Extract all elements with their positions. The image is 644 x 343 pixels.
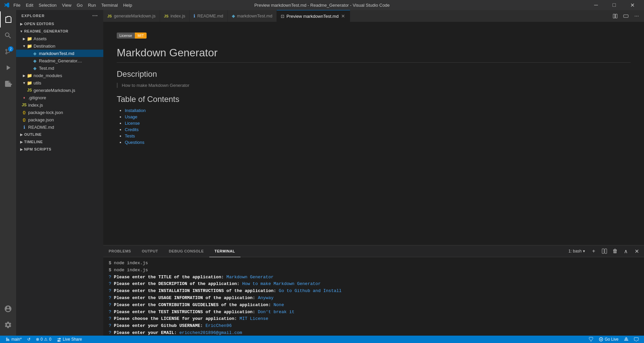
term-prompt: $	[109, 268, 114, 273]
toc-link[interactable]: Credits	[125, 127, 139, 132]
menu-edit[interactable]: Edit	[26, 3, 33, 8]
tree-item-node-modules[interactable]: ▶ 📁 node_modules	[16, 72, 103, 79]
split-editor-button[interactable]	[610, 11, 620, 21]
tree-item-index-js[interactable]: JS index.js	[16, 101, 103, 109]
activity-extensions[interactable]	[0, 76, 16, 92]
readme-gen-md-icon: ◆	[32, 58, 38, 63]
tree-item-gitignore[interactable]: ♦ .gitignore	[16, 94, 103, 101]
tree-item-test-md[interactable]: ◆ Test.md	[16, 64, 103, 72]
terminal-tab-debug-console[interactable]: DEBUG CONSOLE	[163, 245, 209, 257]
toggle-layout-button[interactable]	[621, 11, 631, 21]
status-broadcast-icon[interactable]	[621, 336, 631, 343]
title-bar-title: Preview markdownTest.md - Readme_Generat…	[254, 3, 390, 8]
activity-settings[interactable]	[0, 317, 16, 333]
tree-item-generatemarkdown-js[interactable]: JS generateMarkdown.js	[16, 87, 103, 94]
status-feedback-icon[interactable]	[631, 336, 641, 343]
menu-help[interactable]: Help	[123, 3, 132, 8]
terminal-controls: 1: bash ▾ + 🗑 ∧ ✕	[566, 246, 644, 256]
activity-search[interactable]	[0, 27, 16, 44]
npm-scripts-chevron-icon: ▶	[19, 147, 24, 152]
go-live-button[interactable]: Go Live	[596, 336, 621, 343]
status-errors[interactable]: ⊗ 0 ⚠ 0	[33, 336, 54, 343]
terminal-close-button[interactable]: ✕	[632, 246, 641, 256]
sidebar-section-readme-generator[interactable]: ▼ README_GENERATOR	[16, 27, 103, 35]
title-bar-left: File Edit Selection View Go Run Terminal…	[4, 2, 132, 8]
tree-item-assets[interactable]: ▶ 📁 Assets	[16, 35, 103, 42]
status-notifications-icon[interactable]	[586, 336, 596, 343]
tab-index-js-icon: JS	[164, 14, 168, 18]
status-branch-label: main*	[11, 337, 22, 342]
tree-item-markdowntest-md[interactable]: ◆ markdownTest.md	[16, 50, 103, 57]
term-label: Please enter the DESCRIPTION of the appl…	[114, 281, 239, 286]
toc-link[interactable]: Installation	[125, 108, 146, 113]
terminal-expand-button[interactable]: ∧	[621, 246, 631, 256]
menu-selection[interactable]: Selection	[39, 3, 56, 8]
status-live-share[interactable]: Live Share	[54, 336, 85, 343]
minimize-button[interactable]: ─	[588, 0, 604, 10]
tab-generatemarkdown-js-label: generateMarkdown.js	[114, 13, 155, 18]
sidebar-section-npm-scripts[interactable]: ▶ NPM SCRIPTS	[16, 146, 103, 153]
terminal-add-button[interactable]: +	[589, 246, 598, 256]
terminal-tab-terminal[interactable]: TERMINAL	[209, 245, 240, 257]
package-json-label: package.json	[28, 117, 103, 122]
sidebar-section-outline[interactable]: ▶ OUTLINE	[16, 131, 103, 138]
svg-rect-6	[625, 339, 628, 339]
menu-view[interactable]: View	[62, 3, 71, 8]
sidebar-section-timeline[interactable]: ▶ TIMELINE	[16, 138, 103, 146]
tab-generatemarkdown-js[interactable]: JS generateMarkdown.js	[103, 10, 160, 22]
tree-item-utils[interactable]: ▼ 📁 utils	[16, 79, 103, 87]
toc-link[interactable]: Usage	[125, 114, 138, 119]
activity-source-control[interactable]: 2	[0, 44, 16, 60]
readme-gen-md-label: Readme_Generator....	[39, 58, 103, 63]
generatemarkdown-js-icon: JS	[27, 88, 32, 93]
maximize-button[interactable]: □	[606, 0, 622, 10]
terminal-shell-selector[interactable]: 1: bash ▾	[566, 249, 588, 253]
terminal-lines: $ node index.js? Please enter the TITLE …	[109, 267, 639, 336]
tree-item-readme-md[interactable]: ℹ README.md	[16, 123, 103, 131]
tab-index-js[interactable]: JS index.js	[160, 10, 190, 22]
node-modules-folder-icon: 📁	[27, 73, 32, 78]
terminal-line: ? Please enter your Github USERNAME: Eri…	[109, 323, 639, 330]
status-live-share-label: Live Share	[63, 337, 82, 342]
close-button[interactable]: ✕	[625, 0, 640, 10]
menu-go[interactable]: Go	[77, 3, 83, 8]
menu-terminal[interactable]: Terminal	[101, 3, 118, 8]
term-label: Please enter the USAGE INFORMATION of th…	[114, 295, 255, 300]
term-label: Please enter your Github USERNAME:	[114, 323, 203, 328]
activity-run-debug[interactable]	[0, 60, 16, 76]
tree-item-package-lock-json[interactable]: {} package-lock.json	[16, 109, 103, 116]
terminal-trash-button[interactable]: 🗑	[610, 246, 620, 256]
sidebar-section-open-editors[interactable]: ▶ OPEN EDITORS	[16, 20, 103, 27]
activity-explorer[interactable]	[0, 11, 16, 27]
tab-preview-markdowntest-md[interactable]: ⊡ Preview markdownTest.md ✕	[277, 10, 350, 22]
open-editors-chevron-icon: ▶	[19, 21, 24, 26]
outline-chevron-icon: ▶	[19, 132, 24, 137]
toc-link[interactable]: Tests	[125, 133, 135, 138]
test-md-icon: ◆	[32, 65, 38, 71]
package-lock-json-icon: {}	[21, 110, 27, 115]
activity-account[interactable]	[0, 301, 16, 317]
tab-readme-md[interactable]: ℹ README.md	[190, 10, 227, 22]
menu-file[interactable]: File	[13, 3, 20, 8]
term-q: ?	[109, 323, 114, 328]
terminal-split-button[interactable]	[600, 246, 609, 256]
editor-more-button[interactable]: ···	[632, 11, 641, 21]
term-answer: MIT License	[239, 316, 268, 321]
tab-markdowntest-md[interactable]: ◆ markdownTest.md	[228, 10, 277, 22]
sidebar-more-button[interactable]: ···	[92, 13, 98, 19]
tree-item-readme-gen-md[interactable]: ◆ Readme_Generator....	[16, 57, 103, 64]
menu-run[interactable]: Run	[88, 3, 96, 8]
npm-scripts-label: NPM SCRIPTS	[24, 147, 51, 151]
status-sync[interactable]: ↺	[24, 336, 33, 343]
term-q: ?	[109, 295, 114, 300]
toc-link[interactable]: Questions	[125, 140, 145, 145]
activity-bar-bottom	[0, 301, 16, 333]
tree-item-package-json[interactable]: {} package.json	[16, 116, 103, 123]
toc-link[interactable]: License	[125, 121, 140, 126]
terminal-tab-problems[interactable]: PROBLEMS	[103, 245, 137, 257]
tree-item-destination[interactable]: ▼ 📁 Destination	[16, 42, 103, 50]
tab-preview-close-button[interactable]: ✕	[340, 13, 346, 19]
terminal-tab-output[interactable]: OUTPUT	[137, 245, 164, 257]
toc-item: Tests	[125, 133, 631, 138]
status-branch[interactable]: main*	[3, 336, 24, 343]
